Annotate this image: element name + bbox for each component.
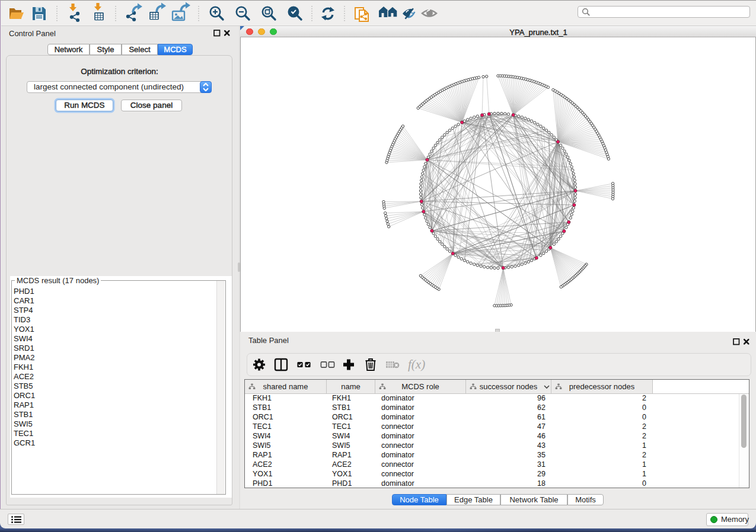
svg-text:f(x): f(x) [408,357,425,371]
